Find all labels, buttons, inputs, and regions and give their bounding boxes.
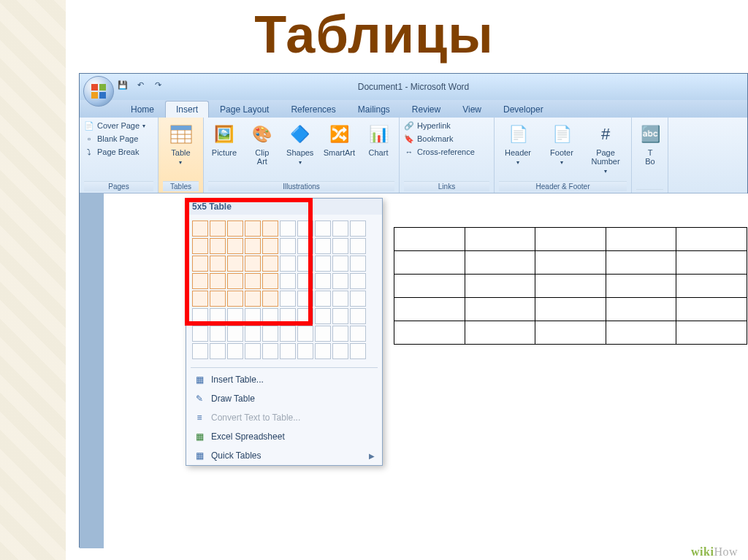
tab-references[interactable]: References bbox=[280, 101, 346, 118]
grid-cell[interactable] bbox=[280, 238, 296, 254]
tab-home[interactable]: Home bbox=[120, 101, 165, 118]
hyperlink-button[interactable]: 🔗Hyperlink bbox=[404, 120, 475, 131]
grid-cell[interactable] bbox=[350, 291, 366, 307]
redo-icon[interactable]: ↷ bbox=[151, 78, 164, 91]
grid-cell[interactable] bbox=[297, 256, 313, 272]
page-break-button[interactable]: ⤵ Page Break bbox=[84, 147, 145, 157]
tab-insert[interactable]: Insert bbox=[165, 101, 209, 118]
grid-cell[interactable] bbox=[297, 273, 313, 289]
table-cell[interactable] bbox=[394, 321, 465, 345]
grid-cell[interactable] bbox=[297, 308, 313, 324]
header-button[interactable]: 📄Header▾ bbox=[499, 120, 537, 168]
grid-cell[interactable] bbox=[280, 220, 296, 237]
insert-table-menu-item[interactable]: ▦Insert Table... bbox=[186, 370, 382, 389]
table-cell[interactable] bbox=[676, 275, 747, 298]
table-cell[interactable] bbox=[676, 251, 747, 275]
grid-cell[interactable] bbox=[350, 256, 366, 272]
draw-table-menu-item[interactable]: ✎Draw Table bbox=[186, 389, 382, 408]
table-cell[interactable] bbox=[394, 251, 465, 275]
grid-cell[interactable] bbox=[350, 343, 366, 359]
quick-tables-menu-item[interactable]: ▦Quick Tables▶ bbox=[186, 446, 382, 465]
grid-cell[interactable] bbox=[315, 220, 331, 237]
table-cell[interactable] bbox=[535, 251, 606, 275]
grid-cell[interactable] bbox=[315, 238, 331, 254]
grid-cell[interactable] bbox=[192, 343, 208, 359]
grid-cell[interactable] bbox=[227, 343, 243, 359]
grid-cell[interactable] bbox=[192, 238, 208, 254]
grid-cell[interactable] bbox=[280, 256, 296, 272]
grid-cell[interactable] bbox=[262, 220, 278, 237]
grid-cell[interactable] bbox=[227, 273, 243, 289]
office-button[interactable] bbox=[83, 76, 114, 107]
cover-page-button[interactable]: 📄 Cover Page ▾ bbox=[84, 120, 145, 131]
tab-review[interactable]: Review bbox=[401, 101, 451, 118]
grid-cell[interactable] bbox=[350, 238, 366, 254]
grid-cell[interactable] bbox=[262, 343, 278, 359]
grid-cell[interactable] bbox=[332, 326, 348, 342]
grid-cell[interactable] bbox=[210, 256, 226, 272]
grid-cell[interactable] bbox=[245, 273, 261, 289]
tab-mailings[interactable]: Mailings bbox=[347, 101, 401, 118]
grid-cell[interactable] bbox=[262, 238, 278, 254]
grid-cell[interactable] bbox=[332, 291, 348, 307]
grid-cell[interactable] bbox=[315, 326, 331, 342]
grid-cell[interactable] bbox=[280, 343, 296, 359]
grid-cell[interactable] bbox=[227, 256, 243, 272]
grid-cell[interactable] bbox=[245, 291, 261, 307]
grid-cell[interactable] bbox=[315, 308, 331, 324]
grid-cell[interactable] bbox=[210, 220, 226, 237]
grid-cell[interactable] bbox=[192, 220, 208, 237]
grid-cell[interactable] bbox=[262, 291, 278, 307]
excel-spreadsheet-menu-item[interactable]: ▦Excel Spreadsheet bbox=[186, 427, 382, 446]
save-icon[interactable]: 💾 bbox=[116, 78, 129, 91]
grid-cell[interactable] bbox=[297, 343, 313, 359]
grid-cell[interactable] bbox=[245, 256, 261, 272]
grid-cell[interactable] bbox=[227, 291, 243, 307]
grid-cell[interactable] bbox=[227, 308, 243, 324]
grid-cell[interactable] bbox=[332, 238, 348, 254]
bookmark-button[interactable]: 🔖Bookmark bbox=[404, 134, 475, 144]
table-cell[interactable] bbox=[606, 228, 676, 251]
grid-cell[interactable] bbox=[297, 220, 313, 237]
table-size-grid[interactable] bbox=[186, 215, 382, 365]
undo-icon[interactable]: ↶ bbox=[134, 78, 147, 91]
grid-cell[interactable] bbox=[315, 291, 331, 307]
page-number-button[interactable]: #Page Number▾ bbox=[587, 120, 625, 177]
grid-cell[interactable] bbox=[192, 308, 208, 324]
grid-cell[interactable] bbox=[297, 326, 313, 342]
tab-developer[interactable]: Developer bbox=[492, 101, 554, 118]
grid-cell[interactable] bbox=[245, 326, 261, 342]
chart-button[interactable]: 📊Chart bbox=[362, 120, 394, 158]
clip-art-button[interactable]: 🎨Clip Art bbox=[246, 120, 278, 167]
grid-cell[interactable] bbox=[245, 238, 261, 254]
grid-cell[interactable] bbox=[210, 273, 226, 289]
table-cell[interactable] bbox=[465, 321, 535, 345]
table-cell[interactable] bbox=[535, 298, 606, 321]
grid-cell[interactable] bbox=[350, 308, 366, 324]
grid-cell[interactable] bbox=[332, 343, 348, 359]
text-box-button[interactable]: 🔤T Bo bbox=[636, 120, 664, 167]
smartart-button[interactable]: 🔀SmartArt bbox=[322, 120, 356, 158]
grid-cell[interactable] bbox=[245, 220, 261, 237]
grid-cell[interactable] bbox=[210, 343, 226, 359]
table-cell[interactable] bbox=[606, 321, 676, 345]
picture-button[interactable]: 🖼️Picture bbox=[208, 120, 240, 158]
table-cell[interactable] bbox=[535, 275, 606, 298]
table-cell[interactable] bbox=[606, 275, 676, 298]
grid-cell[interactable] bbox=[245, 308, 261, 324]
table-cell[interactable] bbox=[606, 251, 676, 275]
table-cell[interactable] bbox=[606, 298, 676, 321]
table-cell[interactable] bbox=[394, 228, 465, 251]
grid-cell[interactable] bbox=[315, 343, 331, 359]
table-cell[interactable] bbox=[465, 251, 535, 275]
tab-view[interactable]: View bbox=[451, 101, 492, 118]
table-cell[interactable] bbox=[535, 321, 606, 345]
grid-cell[interactable] bbox=[210, 238, 226, 254]
table-cell[interactable] bbox=[676, 321, 747, 345]
table-button[interactable]: Table▾ bbox=[163, 120, 199, 168]
grid-cell[interactable] bbox=[280, 308, 296, 324]
grid-cell[interactable] bbox=[315, 256, 331, 272]
grid-cell[interactable] bbox=[280, 326, 296, 342]
blank-page-button[interactable]: ▫ Blank Page bbox=[84, 134, 145, 144]
table-cell[interactable] bbox=[465, 228, 535, 251]
